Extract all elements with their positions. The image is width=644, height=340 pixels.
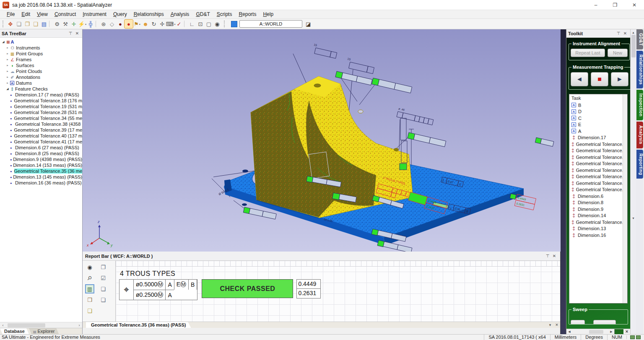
tab-close-icon[interactable]: ✕ xyxy=(553,322,560,328)
menu-analysis[interactable]: Analysis xyxy=(167,10,193,18)
toolbar-icon[interactable] xyxy=(184,21,187,27)
task-check-item[interactable]: ‡ Geometrical Tolerance.18 xyxy=(571,141,627,148)
selection-rect-icon[interactable]: ▢ xyxy=(205,20,213,28)
scroll-thumb[interactable] xyxy=(8,323,45,327)
run-tool-icon[interactable]: ⚡ xyxy=(78,20,86,28)
trap-stop-button[interactable]: ■ xyxy=(591,72,608,86)
tab-database[interactable]: Database xyxy=(0,328,29,334)
tree-root[interactable]: ◢ ▦ A xyxy=(0,39,82,45)
new-file-icon[interactable]: ❏ xyxy=(15,20,23,28)
tree-check-item[interactable]: ● Geometrical Tolerance.40 (137 m xyxy=(0,133,82,139)
expand-arrow-icon[interactable]: ▸ xyxy=(5,58,10,61)
sweep-button[interactable] xyxy=(593,320,616,324)
screen-capture-icon[interactable]: ◉ xyxy=(213,20,221,28)
dark-sphere-icon[interactable]: ● xyxy=(116,20,125,28)
menu-gdt[interactable]: GD&T xyxy=(192,10,213,18)
working-frame-combo[interactable]: A::WORLD xyxy=(239,20,302,28)
report-options-icon[interactable]: ☑ xyxy=(99,274,107,282)
locate-icon[interactable]: ✛ xyxy=(70,20,78,28)
report-tab-active[interactable]: Geometrical Tolerance.35 (36 meas) (PASS… xyxy=(86,322,191,328)
helm-icon[interactable]: ⊛ xyxy=(99,20,108,28)
repeat-last-button[interactable]: Repeat Last xyxy=(571,49,605,57)
tree-check-item[interactable]: ● Dimension.14 (153 meas) (PASS) xyxy=(0,162,82,168)
pin-icon[interactable]: ⊤ xyxy=(544,254,551,258)
task-check-item[interactable]: ‡ Dimension.14 xyxy=(571,213,627,219)
new-alignment-button[interactable]: New xyxy=(608,49,628,57)
side-tab-reporting[interactable]: Reporting xyxy=(636,150,643,179)
scroll-right-icon[interactable]: ► xyxy=(608,330,614,334)
report-doc2-icon[interactable]: ❏ xyxy=(99,296,107,304)
check-icon[interactable]: ✓ xyxy=(175,20,183,28)
move-view-icon[interactable]: ✢ xyxy=(158,20,166,28)
paint-bucket-icon[interactable]: ◪ xyxy=(306,21,311,27)
dialog-icon[interactable]: ⊡ xyxy=(196,20,205,28)
copy-report-icon[interactable]: ❐ xyxy=(99,263,107,271)
task-check-item[interactable]: ‡ Geometrical Tolerance.28 xyxy=(571,154,627,161)
expand-arrow-icon[interactable]: ▸ xyxy=(5,64,10,67)
report-copy-page-icon[interactable]: ❒ xyxy=(86,296,93,304)
task-list-scrollbar[interactable] xyxy=(623,94,627,303)
tree-check-item[interactable]: ● Dimension.6 (27 meas) (PASS) xyxy=(0,145,82,151)
scroll-down-icon[interactable]: ▼ xyxy=(632,217,635,220)
task-datum-item[interactable]: A B xyxy=(571,102,627,109)
frame-color-swatch[interactable] xyxy=(231,21,237,27)
open-file-icon[interactable]: ❐ xyxy=(23,20,31,28)
close-panel-icon[interactable]: ✕ xyxy=(551,254,558,258)
keyboard-entry-icon[interactable]: ⌨ xyxy=(166,20,175,28)
tree-hierarchy-icon[interactable]: ╬ xyxy=(86,20,95,28)
task-datum-item[interactable]: A D xyxy=(571,109,627,115)
toolbar-grip-2[interactable] xyxy=(224,21,226,27)
menu-view[interactable]: View xyxy=(34,10,51,18)
tree-check-item[interactable]: ● Geometrical Tolerance.41 (17 me xyxy=(0,139,82,145)
pin-icon[interactable]: ⊤ xyxy=(615,31,622,36)
tree-check-item[interactable]: ● Dimension.9 (4398 meas) (PASS) xyxy=(0,156,82,162)
side-tab-relationships[interactable]: Relationships xyxy=(636,51,643,88)
snapshot-camera-icon[interactable]: ◉ xyxy=(86,263,93,271)
flag-icon[interactable]: ⚑ xyxy=(133,20,141,28)
menu-edit[interactable]: Edit xyxy=(18,10,34,18)
task-datum-item[interactable]: A C xyxy=(571,115,627,122)
task-check-item[interactable]: ‡ Dimension.9 xyxy=(571,206,627,213)
sa-logo-icon[interactable]: ✥ xyxy=(6,20,15,28)
scroll-thumb[interactable] xyxy=(631,35,636,57)
red-sphere-icon[interactable]: ● xyxy=(125,20,133,28)
toolkit-vscrollbar[interactable]: ▲ ▼ xyxy=(630,29,636,334)
tree-check-item[interactable]: ● Geometrical Tolerance.35 (36 me xyxy=(0,168,82,174)
scale-icon[interactable]: ∟ xyxy=(188,20,196,28)
tree-instruments[interactable]: ▸ ⚇ Instruments xyxy=(0,45,82,51)
cube-icon[interactable]: ◇ xyxy=(108,20,116,28)
report-panel-icon[interactable]: ▥ xyxy=(86,285,93,293)
menu-query[interactable]: Query xyxy=(110,10,130,18)
menu-instrument[interactable]: Instrument xyxy=(79,10,110,18)
expand-arrow-icon[interactable]: ▸ xyxy=(5,46,10,49)
task-check-item[interactable]: ‡ Geometrical Tolerance.38 xyxy=(571,167,627,174)
tree-hscrollbar[interactable]: ‹ › xyxy=(0,322,82,328)
trap-previous-button[interactable]: ◄ xyxy=(571,72,588,86)
task-check-item[interactable]: ‡ Geometrical Tolerance.39 xyxy=(571,174,627,180)
tree-check-item[interactable]: ● Dimension.16 (36 meas) (PASS) xyxy=(0,180,82,186)
menu-scripts[interactable]: Scripts xyxy=(213,10,236,18)
pin-icon[interactable]: ⊤ xyxy=(67,31,74,36)
tree-frames[interactable]: ▸ ∠ Frames xyxy=(0,57,82,62)
tree-annotations[interactable]: ▸ ✐ Annotations xyxy=(0,74,82,80)
tree-check-item[interactable]: ● Geometrical Tolerance.18 (176 m xyxy=(0,98,82,104)
tree-check-item[interactable]: ● Geometrical Tolerance.19 (531 m xyxy=(0,104,82,109)
tab-scroll-icon[interactable]: ▾ xyxy=(547,322,553,328)
panel-splitter[interactable] xyxy=(561,29,566,334)
status-angle-units[interactable]: Degrees xyxy=(581,335,607,340)
restore-button[interactable]: ❐ xyxy=(605,0,625,10)
task-check-item[interactable]: ‡ Geometrical Tolerance.35 xyxy=(571,219,627,226)
task-list[interactable]: Task A B A D A xyxy=(569,94,628,304)
tree-check-item[interactable]: ● Dimension.17 (7 meas) (PASS) xyxy=(0,92,82,98)
toolbar-grip[interactable] xyxy=(3,21,4,27)
tree-check-item[interactable]: ● Geometrical Tolerance.28 (531 m xyxy=(0,109,82,115)
tree-point-groups[interactable]: ▸ ▦ Point Groups xyxy=(0,51,82,57)
tree-check-item[interactable]: ● Geometrical Tolerance.38 (4358 xyxy=(0,121,82,127)
settings-gear-icon[interactable]: ⚙ xyxy=(53,20,61,28)
toolbar-icon[interactable] xyxy=(49,21,52,27)
scroll-left-icon[interactable]: ‹ xyxy=(0,323,6,327)
close-button[interactable]: ✕ xyxy=(625,0,644,10)
instrument-tools-icon[interactable]: ⚒ xyxy=(61,20,70,28)
report-new-page-icon[interactable]: ❑ xyxy=(86,307,93,314)
task-check-item[interactable]: ‡ Geometrical Tolerance.19 xyxy=(571,148,627,154)
